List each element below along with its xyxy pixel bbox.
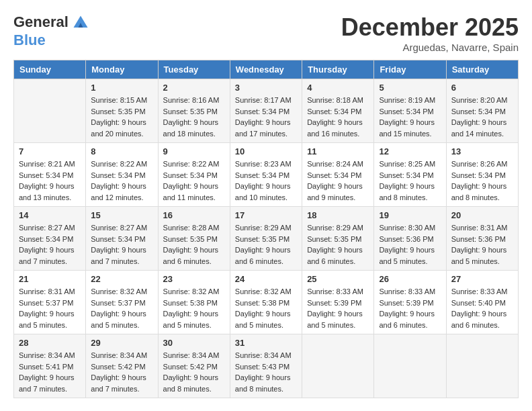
day-info: Sunrise: 8:33 AMSunset: 5:40 PMDaylight:… (451, 286, 513, 330)
day-number: 31 (235, 338, 297, 348)
day-number: 27 (451, 274, 513, 284)
calendar-cell: 31Sunrise: 8:34 AMSunset: 5:43 PMDayligh… (230, 334, 302, 398)
logo-blue-text: Blue (13, 32, 46, 48)
day-number: 15 (91, 210, 152, 220)
calendar-cell (446, 334, 518, 398)
header-sunday: Sunday (14, 60, 86, 79)
calendar-cell: 13Sunrise: 8:26 AMSunset: 5:34 PMDayligh… (446, 143, 518, 207)
calendar-cell (302, 334, 374, 398)
calendar-cell: 23Sunrise: 8:32 AMSunset: 5:38 PMDayligh… (158, 271, 230, 334)
day-number: 7 (19, 146, 81, 156)
calendar-table: SundayMondayTuesdayWednesdayThursdayFrid… (13, 60, 519, 398)
day-number: 18 (307, 210, 369, 220)
day-info: Sunrise: 8:20 AMSunset: 5:34 PMDaylight:… (451, 95, 513, 139)
day-info: Sunrise: 8:15 AMSunset: 5:35 PMDaylight:… (91, 95, 152, 139)
day-info: Sunrise: 8:32 AMSunset: 5:37 PMDaylight:… (91, 286, 152, 330)
day-info: Sunrise: 8:29 AMSunset: 5:35 PMDaylight:… (235, 222, 297, 267)
day-info: Sunrise: 8:32 AMSunset: 5:38 PMDaylight:… (163, 286, 225, 330)
day-number: 3 (235, 83, 297, 93)
calendar-cell (374, 334, 446, 398)
logo-general-text: General (13, 13, 69, 30)
calendar-cell: 16Sunrise: 8:28 AMSunset: 5:35 PMDayligh… (158, 207, 230, 271)
calendar-cell: 19Sunrise: 8:30 AMSunset: 5:36 PMDayligh… (374, 207, 446, 271)
calendar-cell: 15Sunrise: 8:27 AMSunset: 5:34 PMDayligh… (86, 207, 158, 271)
header-friday: Friday (374, 60, 446, 79)
day-info: Sunrise: 8:28 AMSunset: 5:35 PMDaylight:… (163, 222, 225, 267)
day-info: Sunrise: 8:22 AMSunset: 5:34 PMDaylight:… (91, 158, 152, 203)
calendar-cell: 11Sunrise: 8:24 AMSunset: 5:34 PMDayligh… (302, 143, 374, 207)
day-number: 9 (163, 146, 225, 156)
header-monday: Monday (86, 60, 158, 79)
day-info: Sunrise: 8:22 AMSunset: 5:34 PMDaylight:… (163, 158, 225, 203)
calendar-week-5: 28Sunrise: 8:34 AMSunset: 5:41 PMDayligh… (14, 334, 519, 398)
day-info: Sunrise: 8:18 AMSunset: 5:34 PMDaylight:… (307, 95, 369, 139)
calendar-cell: 28Sunrise: 8:34 AMSunset: 5:41 PMDayligh… (14, 334, 86, 398)
page-header: General Blue December 2025 Arguedas, Nav… (13, 13, 519, 53)
day-info: Sunrise: 8:16 AMSunset: 5:35 PMDaylight:… (163, 95, 225, 139)
day-info: Sunrise: 8:24 AMSunset: 5:34 PMDaylight:… (307, 158, 369, 203)
day-info: Sunrise: 8:21 AMSunset: 5:34 PMDaylight:… (19, 158, 81, 203)
day-number: 20 (451, 210, 513, 220)
header-wednesday: Wednesday (230, 60, 302, 79)
logo: General Blue (13, 13, 90, 48)
location-subtitle: Arguedas, Navarre, Spain (341, 42, 519, 53)
calendar-cell: 17Sunrise: 8:29 AMSunset: 5:35 PMDayligh… (230, 207, 302, 271)
day-number: 11 (307, 146, 369, 156)
header-tuesday: Tuesday (158, 60, 230, 79)
month-title: December 2025 (341, 13, 519, 42)
day-number: 30 (163, 338, 225, 348)
day-number: 24 (235, 274, 297, 284)
day-number: 29 (91, 338, 152, 348)
calendar-header-row: SundayMondayTuesdayWednesdayThursdayFrid… (14, 60, 519, 79)
day-info: Sunrise: 8:27 AMSunset: 5:34 PMDaylight:… (19, 222, 81, 267)
calendar-cell: 2Sunrise: 8:16 AMSunset: 5:35 PMDaylight… (158, 79, 230, 143)
day-info: Sunrise: 8:19 AMSunset: 5:34 PMDaylight:… (379, 95, 441, 139)
calendar-week-1: 1Sunrise: 8:15 AMSunset: 5:35 PMDaylight… (14, 79, 519, 143)
day-info: Sunrise: 8:27 AMSunset: 5:34 PMDaylight:… (91, 222, 152, 267)
logo-icon (71, 13, 90, 32)
day-number: 28 (19, 338, 81, 348)
day-info: Sunrise: 8:30 AMSunset: 5:36 PMDaylight:… (379, 222, 441, 267)
calendar-cell: 30Sunrise: 8:34 AMSunset: 5:42 PMDayligh… (158, 334, 230, 398)
calendar-cell (14, 79, 86, 143)
day-info: Sunrise: 8:32 AMSunset: 5:38 PMDaylight:… (235, 286, 297, 330)
calendar-cell: 4Sunrise: 8:18 AMSunset: 5:34 PMDaylight… (302, 79, 374, 143)
day-number: 25 (307, 274, 369, 284)
day-number: 14 (19, 210, 81, 220)
day-info: Sunrise: 8:34 AMSunset: 5:41 PMDaylight:… (19, 350, 81, 394)
day-number: 19 (379, 210, 441, 220)
calendar-cell: 8Sunrise: 8:22 AMSunset: 5:34 PMDaylight… (86, 143, 158, 207)
day-info: Sunrise: 8:31 AMSunset: 5:36 PMDaylight:… (451, 222, 513, 267)
day-info: Sunrise: 8:23 AMSunset: 5:34 PMDaylight:… (235, 158, 297, 203)
day-number: 23 (163, 274, 225, 284)
day-number: 21 (19, 274, 81, 284)
day-number: 12 (379, 146, 441, 156)
calendar-week-2: 7Sunrise: 8:21 AMSunset: 5:34 PMDaylight… (14, 143, 519, 207)
day-number: 26 (379, 274, 441, 284)
calendar-cell: 1Sunrise: 8:15 AMSunset: 5:35 PMDaylight… (86, 79, 158, 143)
calendar-cell: 3Sunrise: 8:17 AMSunset: 5:34 PMDaylight… (230, 79, 302, 143)
calendar-week-3: 14Sunrise: 8:27 AMSunset: 5:34 PMDayligh… (14, 207, 519, 271)
day-info: Sunrise: 8:29 AMSunset: 5:35 PMDaylight:… (307, 222, 369, 267)
day-number: 6 (451, 83, 513, 93)
day-number: 22 (91, 274, 152, 284)
day-number: 1 (91, 83, 152, 93)
header-saturday: Saturday (446, 60, 518, 79)
calendar-cell: 27Sunrise: 8:33 AMSunset: 5:40 PMDayligh… (446, 271, 518, 334)
day-number: 13 (451, 146, 513, 156)
calendar-cell: 29Sunrise: 8:34 AMSunset: 5:42 PMDayligh… (86, 334, 158, 398)
day-number: 16 (163, 210, 225, 220)
day-number: 10 (235, 146, 297, 156)
day-number: 5 (379, 83, 441, 93)
day-info: Sunrise: 8:33 AMSunset: 5:39 PMDaylight:… (379, 286, 441, 330)
day-info: Sunrise: 8:17 AMSunset: 5:34 PMDaylight:… (235, 95, 297, 139)
calendar-week-4: 21Sunrise: 8:31 AMSunset: 5:37 PMDayligh… (14, 271, 519, 334)
day-info: Sunrise: 8:34 AMSunset: 5:42 PMDaylight:… (163, 350, 225, 394)
day-info: Sunrise: 8:25 AMSunset: 5:34 PMDaylight:… (379, 158, 441, 203)
calendar-cell: 14Sunrise: 8:27 AMSunset: 5:34 PMDayligh… (14, 207, 86, 271)
day-info: Sunrise: 8:26 AMSunset: 5:34 PMDaylight:… (451, 158, 513, 203)
header-thursday: Thursday (302, 60, 374, 79)
calendar-cell: 20Sunrise: 8:31 AMSunset: 5:36 PMDayligh… (446, 207, 518, 271)
day-number: 8 (91, 146, 152, 156)
day-info: Sunrise: 8:31 AMSunset: 5:37 PMDaylight:… (19, 286, 81, 330)
